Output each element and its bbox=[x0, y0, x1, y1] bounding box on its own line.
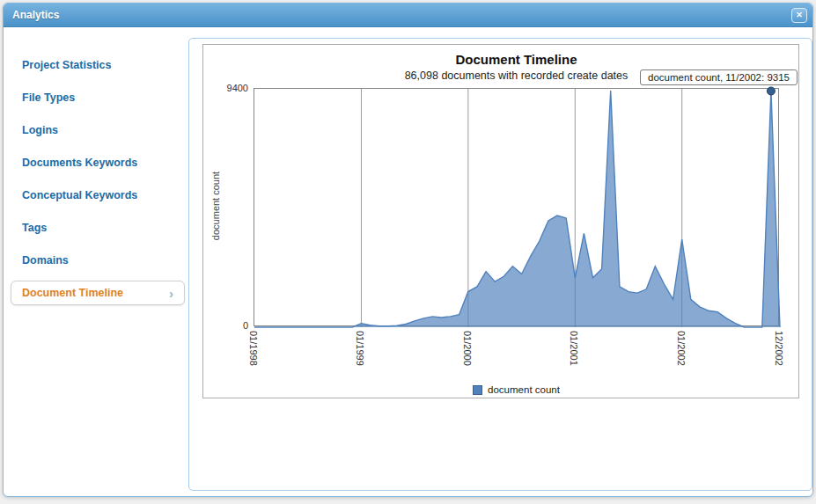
sidebar-item-tags[interactable]: Tags bbox=[11, 215, 185, 240]
sidebar-item-domains[interactable]: Domains bbox=[11, 248, 185, 273]
sidebar-item-document-timeline[interactable]: Document Timeline › bbox=[11, 281, 185, 305]
chart-title: Document Timeline bbox=[254, 52, 779, 67]
x-axis-tick-label: 12/2002 bbox=[774, 331, 784, 366]
timeline-chart: Document Timeline 86,098 documents with … bbox=[202, 44, 799, 398]
legend-swatch bbox=[473, 385, 482, 395]
plot-area[interactable] bbox=[254, 88, 779, 326]
y-axis-label: document count bbox=[210, 157, 221, 254]
y-axis-tick-max: 9400 bbox=[204, 83, 248, 93]
dialog-title: Analytics bbox=[4, 4, 59, 27]
x-axis-tick-label: 01/1999 bbox=[355, 331, 365, 366]
x-axis-tick-label: 01/2002 bbox=[676, 331, 687, 366]
sidebar-item-documents-keywords[interactable]: Documents Keywords bbox=[11, 150, 185, 175]
sidebar-item-logins[interactable]: Logins bbox=[11, 118, 185, 142]
area-chart-svg bbox=[254, 89, 780, 327]
sidebar-item-label: Document Timeline bbox=[22, 287, 123, 299]
sidebar-item-file-types[interactable]: File Types bbox=[11, 85, 185, 110]
analytics-sidebar: Project Statistics File Types Logins Doc… bbox=[11, 53, 185, 313]
x-axis-tick-label: 01/1998 bbox=[248, 331, 259, 366]
chart-tooltip: document count, 11/2002: 9315 bbox=[640, 69, 798, 85]
area-series bbox=[254, 91, 780, 327]
y-axis-tick-zero: 0 bbox=[204, 320, 248, 331]
close-button[interactable]: ✕ bbox=[791, 8, 807, 23]
sidebar-item-project-statistics[interactable]: Project Statistics bbox=[11, 53, 185, 77]
dialog-titlebar[interactable]: Analytics ✕ bbox=[4, 4, 812, 27]
x-axis-tick-label: 01/2000 bbox=[462, 331, 473, 366]
highlighted-point-marker[interactable] bbox=[767, 87, 775, 95]
x-axis-tick-label: 01/2001 bbox=[569, 331, 579, 366]
chart-legend: document count bbox=[254, 384, 779, 395]
chart-panel: Document Timeline 86,098 documents with … bbox=[188, 38, 812, 491]
chevron-right-icon: › bbox=[169, 289, 173, 298]
close-icon: ✕ bbox=[796, 11, 803, 19]
legend-label: document count bbox=[488, 384, 560, 395]
sidebar-item-conceptual-keywords[interactable]: Conceptual Keywords bbox=[11, 183, 185, 208]
analytics-dialog: Analytics ✕ Project Statistics File Type… bbox=[3, 3, 813, 497]
